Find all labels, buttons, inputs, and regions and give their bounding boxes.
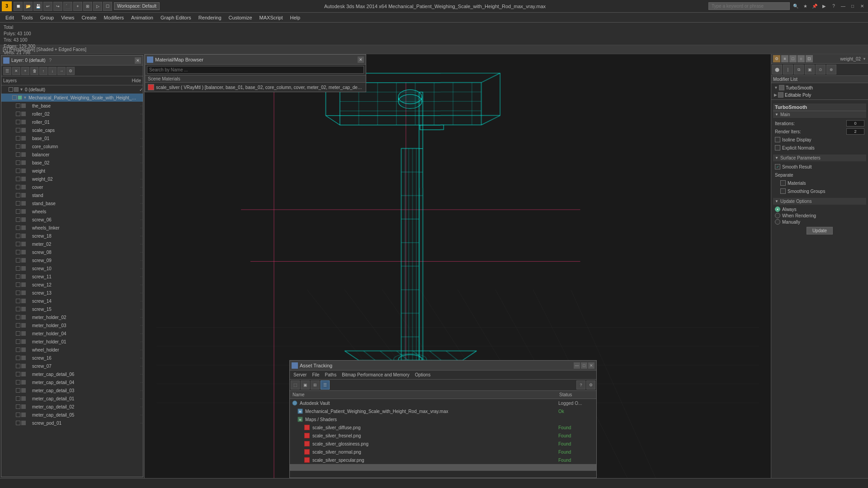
layer-item[interactable]: wheels_linker ··· — [1, 224, 143, 232]
mod-tool-5[interactable]: ⊙ — [816, 65, 826, 75]
iterations-value[interactable]: 0 — [846, 120, 864, 127]
asset-tool-3[interactable]: ⊞ — [311, 380, 320, 389]
render-iters-value[interactable]: 2 — [846, 128, 864, 135]
menu-rendering[interactable]: Rendering — [195, 14, 225, 21]
layer-item[interactable]: weight ··· — [1, 167, 143, 175]
material-item-scale-silver[interactable]: scale_silver ( VRayMtl ) [balancer, base… — [145, 83, 366, 92]
pin-icon[interactable]: 📌 — [811, 2, 819, 10]
layers-help-btn[interactable]: ? — [49, 58, 52, 63]
asset-row-glossiness[interactable]: scale_silver_glossiness.png Found — [290, 440, 596, 448]
asset-settings-icon[interactable]: ⚙ — [586, 380, 595, 389]
layers-tool-select[interactable]: ☰ — [3, 67, 11, 75]
layer-item[interactable]: cover ··· — [1, 183, 143, 191]
layer-expand-icon[interactable]: ▼ — [19, 87, 25, 92]
update-always[interactable]: Always — [773, 206, 866, 212]
update-when-rendering[interactable]: When Rendering — [773, 212, 866, 219]
layer-item[interactable]: meter_02 ··· — [1, 240, 143, 248]
asset-row-specular[interactable]: scale_silver_specular.png Found — [290, 456, 596, 464]
modifier-header-icon1[interactable]: ⚙ — [773, 55, 780, 62]
layer-item[interactable]: screw_10 ··· — [1, 264, 143, 272]
layer-item[interactable]: wheel_holder ··· — [1, 346, 143, 354]
layer-item[interactable]: roller_02 ··· — [1, 110, 143, 118]
explicit-normals-checkbox[interactable] — [775, 145, 780, 150]
close-button[interactable]: ✕ — [858, 2, 866, 10]
layer-item[interactable]: screw_13 ··· — [1, 289, 143, 297]
mod-tool-2[interactable]: | — [783, 65, 793, 75]
asset-scrollbar[interactable] — [290, 464, 596, 470]
layer-item[interactable]: the_base ··· — [1, 102, 143, 110]
layers-tool-up[interactable]: ↑ — [39, 67, 47, 75]
layer-item[interactable]: meter_holder_03 ··· — [1, 321, 143, 329]
asset-row-diffuse[interactable]: scale_silver_diffuse.png Found — [290, 423, 596, 432]
menu-modifiers[interactable]: Modifiers — [100, 14, 127, 21]
material-browser-close-button[interactable]: ✕ — [358, 56, 364, 63]
mod-tool-4[interactable]: ▣ — [805, 65, 815, 75]
mod-tool-1[interactable]: ⬤ — [772, 65, 782, 75]
mod-tool-3[interactable]: ⧉ — [794, 65, 804, 75]
prop-main-header[interactable]: ▼ Main — [773, 111, 866, 118]
layers-tool-add[interactable]: ✕ — [12, 67, 20, 75]
material-search-input[interactable] — [147, 66, 364, 74]
menu-help[interactable]: Help — [287, 14, 304, 21]
layer-item[interactable]: meter_cap_detail_03 ··· — [1, 386, 143, 394]
tool5-button[interactable]: ☐ — [103, 2, 112, 11]
layer-item[interactable]: screw_15 ··· — [1, 305, 143, 313]
layer-box-group[interactable] — [12, 95, 17, 100]
layer-item[interactable]: screw_18 ··· — [1, 232, 143, 240]
modifier-header-icon5[interactable]: ⊡ — [806, 55, 813, 62]
when-rendering-radio[interactable] — [775, 213, 780, 218]
layer-visibility-box[interactable] — [9, 87, 13, 92]
materials-checkbox[interactable] — [780, 180, 786, 186]
menu-maxscript[interactable]: MAXScript — [256, 14, 287, 21]
help-icon[interactable]: ? — [830, 2, 838, 10]
redo-button[interactable]: ↪ — [53, 2, 62, 11]
update-button[interactable]: Update — [807, 227, 833, 235]
layers-close-button[interactable]: ✕ — [135, 57, 141, 64]
layer-item[interactable]: meter_cap_detail_01 ··· — [1, 394, 143, 403]
asset-tool-2[interactable]: ▣ — [301, 380, 310, 389]
layer-item[interactable]: screw_pod_01 ··· — [1, 419, 143, 427]
update-options-header[interactable]: ▼ Update Options — [773, 198, 866, 205]
asset-row-fresnel[interactable]: scale_silver_fresnel.png Found — [290, 432, 596, 440]
search-input[interactable] — [708, 2, 790, 10]
layer-item[interactable]: screw_11 ··· — [1, 272, 143, 281]
layer-item[interactable]: meter_cap_detail_05 ··· — [1, 411, 143, 419]
layer-item[interactable]: meter_cap_detail_06 ··· — [1, 370, 143, 378]
layer-item[interactable]: balancer ··· — [1, 150, 143, 159]
menu-graph-editors[interactable]: Graph Editors — [157, 14, 195, 21]
search-icon[interactable]: 🔍 — [792, 2, 800, 10]
asset-menu-file[interactable]: File — [309, 372, 322, 377]
layers-tool-settings[interactable]: ⚙ — [66, 67, 75, 75]
layer-item[interactable]: weight_02 ··· — [1, 175, 143, 183]
layer-item[interactable]: meter_holder_04 ··· — [1, 329, 143, 338]
asset-menu-bitmap[interactable]: Bitmap Performance and Memory — [339, 372, 412, 377]
layer-item[interactable]: screw_09 ··· — [1, 256, 143, 264]
layer-item[interactable]: core_column ··· — [1, 142, 143, 150]
layer-item[interactable]: stand ··· — [1, 191, 143, 199]
layer-item[interactable]: screw_08 ··· — [1, 248, 143, 256]
layer-item[interactable]: meter_holder_01 ··· — [1, 338, 143, 346]
layer-item[interactable]: roller_01 ··· — [1, 118, 143, 126]
menu-tools[interactable]: Tools — [18, 14, 37, 21]
layer-item[interactable]: base_02 ··· — [1, 159, 143, 167]
menu-edit[interactable]: Edit — [2, 14, 18, 21]
layer-expand-group[interactable]: ▼ — [23, 95, 28, 100]
workspace-dropdown[interactable]: Workspace: Default — [114, 2, 160, 10]
asset-menu-options[interactable]: Options — [412, 372, 433, 377]
menu-customize[interactable]: Customize — [225, 14, 256, 21]
layers-tool-down[interactable]: ↓ — [48, 67, 57, 75]
mod-tool-6[interactable]: ⊕ — [826, 65, 836, 75]
asset-minimize-button[interactable]: — — [574, 362, 580, 369]
smooth-result-checkbox[interactable]: ✓ — [775, 164, 780, 169]
layer-item[interactable]: meter_holder_02 ··· — [1, 313, 143, 321]
layer-item[interactable]: meter_cap_detail_04 ··· — [1, 378, 143, 386]
always-radio[interactable] — [775, 206, 780, 212]
asset-scrollbar-thumb[interactable] — [290, 465, 596, 470]
asset-menu-paths[interactable]: Paths — [322, 372, 340, 377]
update-manually[interactable]: Manually — [773, 219, 866, 225]
layer-item-default[interactable]: ▼ 0 (default) ✓ — [1, 85, 143, 94]
smoothing-groups-checkbox[interactable] — [780, 188, 786, 194]
layer-item[interactable]: base_01 ··· — [1, 134, 143, 142]
open-file-button[interactable]: 📂 — [24, 2, 33, 11]
layers-tool-move[interactable]: → — [57, 67, 66, 75]
